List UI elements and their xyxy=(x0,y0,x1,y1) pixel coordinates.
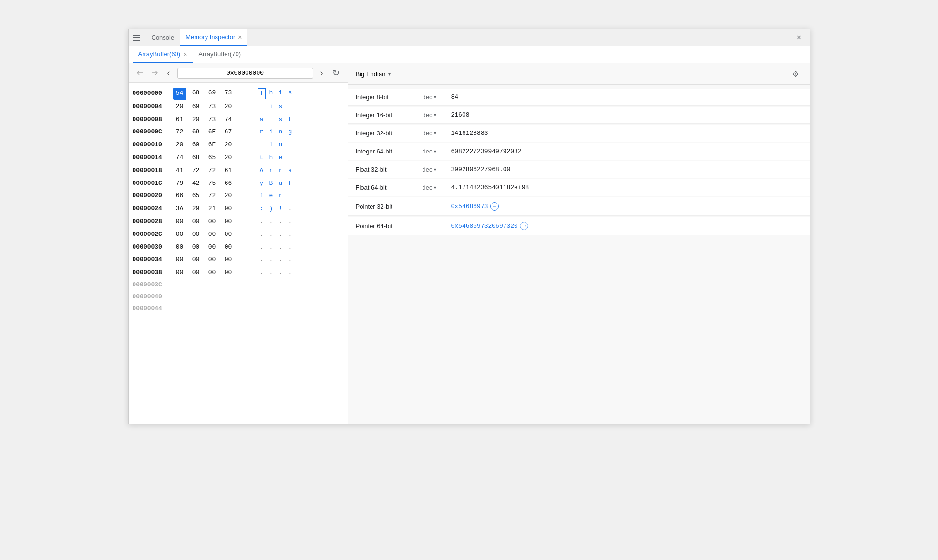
mem-byte[interactable]: 00 xyxy=(189,229,203,240)
mem-char[interactable]: . xyxy=(287,217,294,227)
mem-byte[interactable]: 20 xyxy=(222,153,235,163)
mem-byte[interactable]: 20 xyxy=(222,102,235,112)
mem-char[interactable]: B xyxy=(268,179,275,189)
mem-char[interactable]: i xyxy=(277,88,285,99)
mem-byte[interactable]: 54 xyxy=(173,88,186,100)
mem-byte[interactable]: 00 xyxy=(206,216,219,227)
buffer-tab-ab60-close[interactable]: × xyxy=(183,51,187,58)
value-format[interactable]: dec ▾ xyxy=(423,112,451,119)
mem-char[interactable]: . xyxy=(277,230,285,240)
mem-char[interactable]: f xyxy=(258,191,266,201)
mem-byte[interactable]: 72 xyxy=(173,127,186,138)
tab-memory-inspector[interactable]: Memory Inspector × xyxy=(180,29,247,46)
mem-char[interactable]: T xyxy=(258,88,266,99)
mem-char[interactable]: r xyxy=(268,166,275,176)
mem-byte[interactable]: 72 xyxy=(189,165,203,176)
mem-char[interactable]: s xyxy=(277,102,285,112)
mem-byte[interactable]: 74 xyxy=(222,114,235,125)
mem-byte[interactable]: 00 xyxy=(222,242,235,253)
mem-byte[interactable]: 00 xyxy=(189,216,203,227)
nav-next-page-button[interactable]: › xyxy=(316,67,328,79)
refresh-button[interactable]: ↻ xyxy=(330,67,342,79)
mem-byte[interactable]: 6E xyxy=(206,127,219,138)
nav-back-button[interactable] xyxy=(134,67,146,79)
endian-selector[interactable]: Big Endian ▾ xyxy=(356,71,391,78)
mem-byte[interactable]: 75 xyxy=(206,178,219,189)
mem-char[interactable]: . xyxy=(268,230,275,240)
mem-char[interactable]: : xyxy=(258,204,266,214)
mem-char[interactable]: g xyxy=(287,127,294,137)
mem-byte[interactable]: 00 xyxy=(173,242,186,253)
mem-byte[interactable]: 61 xyxy=(173,114,186,125)
mem-char[interactable]: . xyxy=(277,255,285,265)
mem-char[interactable]: . xyxy=(287,243,294,253)
mem-byte[interactable]: 72 xyxy=(206,191,219,202)
value-format[interactable]: dec ▾ xyxy=(423,93,451,101)
tab-memory-inspector-close[interactable]: × xyxy=(238,34,242,41)
mem-char[interactable]: ) xyxy=(268,204,275,214)
mem-char[interactable]: y xyxy=(258,179,266,189)
mem-byte[interactable]: 00 xyxy=(206,242,219,253)
mem-char[interactable]: . xyxy=(258,255,266,265)
mem-byte[interactable]: 74 xyxy=(173,153,186,163)
mem-char[interactable]: t xyxy=(287,115,294,125)
mem-byte[interactable]: 20 xyxy=(173,140,186,151)
mem-char[interactable]: . xyxy=(268,243,275,253)
mem-byte[interactable]: 69 xyxy=(189,127,203,138)
mem-byte[interactable]: 41 xyxy=(173,165,186,176)
mem-char[interactable] xyxy=(258,140,266,150)
mem-char[interactable]: r xyxy=(277,191,285,201)
mem-byte[interactable]: 00 xyxy=(189,242,203,253)
mem-byte[interactable]: 20 xyxy=(222,191,235,202)
mem-char[interactable] xyxy=(287,140,294,150)
mem-char[interactable]: . xyxy=(287,204,294,214)
mem-char[interactable]: t xyxy=(258,153,266,163)
mem-byte[interactable]: 73 xyxy=(222,88,235,100)
mem-byte[interactable]: 00 xyxy=(222,255,235,265)
mem-char[interactable]: . xyxy=(277,268,285,278)
mem-char[interactable]: . xyxy=(258,217,266,227)
mem-char[interactable] xyxy=(287,102,294,112)
mem-byte[interactable]: 00 xyxy=(222,216,235,227)
mem-char[interactable]: . xyxy=(287,230,294,240)
mem-byte[interactable]: 00 xyxy=(206,267,219,278)
nav-prev-page-button[interactable]: ‹ xyxy=(163,67,175,79)
mem-char[interactable]: h xyxy=(268,88,275,99)
mem-char[interactable]: i xyxy=(268,140,275,150)
mem-char[interactable]: s xyxy=(277,115,285,125)
mem-byte[interactable]: 66 xyxy=(222,178,235,189)
mem-char[interactable] xyxy=(287,191,294,201)
mem-byte[interactable]: 42 xyxy=(189,178,203,189)
mem-char[interactable]: . xyxy=(277,243,285,253)
value-format[interactable]: dec ▾ xyxy=(423,130,451,137)
pointer-navigate-icon[interactable]: → xyxy=(490,202,499,211)
mem-byte[interactable]: 66 xyxy=(173,191,186,202)
mem-char[interactable]: . xyxy=(258,230,266,240)
mem-char[interactable]: s xyxy=(287,88,294,99)
mem-byte[interactable]: 69 xyxy=(189,102,203,112)
mem-byte[interactable]: 69 xyxy=(189,140,203,151)
mem-char[interactable]: . xyxy=(258,268,266,278)
buffer-tab-ab70[interactable]: ArrayBuffer(70) xyxy=(193,46,247,63)
mem-byte[interactable]: 00 xyxy=(206,229,219,240)
mem-char[interactable]: . xyxy=(268,255,275,265)
mem-byte[interactable]: 00 xyxy=(222,204,235,214)
mem-char[interactable]: h xyxy=(268,153,275,163)
mem-char[interactable] xyxy=(268,115,275,125)
mem-byte[interactable]: 00 xyxy=(173,255,186,265)
mem-char[interactable]: r xyxy=(258,127,266,137)
nav-forward-button[interactable] xyxy=(149,67,160,79)
mem-char[interactable]: . xyxy=(258,243,266,253)
mem-char[interactable]: f xyxy=(287,179,294,189)
mem-char[interactable]: . xyxy=(287,255,294,265)
mem-char[interactable]: ! xyxy=(277,204,285,214)
pointer-link-32[interactable]: 0x54686973 → xyxy=(451,202,499,211)
mem-byte[interactable]: 65 xyxy=(206,153,219,163)
value-format[interactable]: dec ▾ xyxy=(423,148,451,155)
mem-byte[interactable]: 73 xyxy=(206,102,219,112)
address-input[interactable] xyxy=(177,68,313,79)
settings-button[interactable]: ⚙ xyxy=(789,67,802,81)
mem-char[interactable]: A xyxy=(258,166,266,176)
mem-byte[interactable]: 00 xyxy=(173,267,186,278)
mem-byte[interactable]: 68 xyxy=(189,153,203,163)
